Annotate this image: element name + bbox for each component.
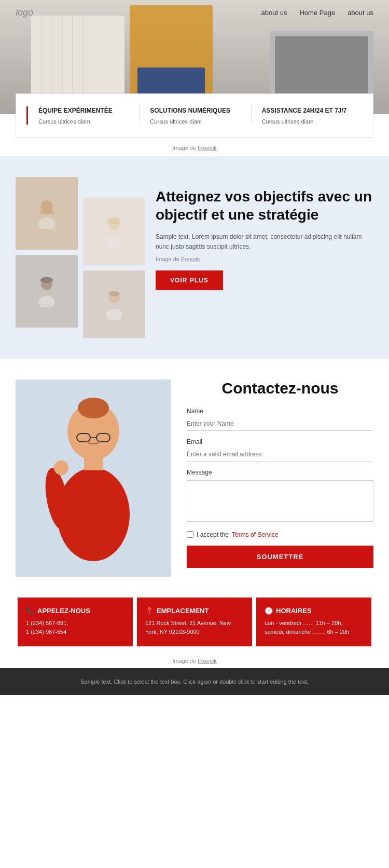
location-icon: 📍: [145, 607, 154, 615]
svg-point-26: [78, 398, 109, 418]
info-card-hours: 🕐 HORAIRES Lun - vendredi …… 11h – 20h, …: [256, 598, 371, 646]
team-credit-link[interactable]: Freepik: [181, 256, 200, 262]
contact-image: [16, 379, 171, 577]
message-textarea[interactable]: [187, 480, 373, 522]
name-input[interactable]: [187, 417, 373, 431]
feature-item-1: ÉQUIPE EXPÉRIMENTÉE Cursus ultrices diam: [26, 106, 139, 125]
footer-credit-link[interactable]: Freepik: [198, 658, 217, 664]
form-group-name: Name: [187, 408, 373, 431]
info-card-location: 📍 EMPLACEMENT 121 Rock Street, 21 Avenue…: [137, 598, 252, 646]
svg-point-16: [38, 296, 54, 307]
svg-point-33: [54, 460, 68, 475]
feature-title-2: SOLUTIONS NUMÉRIQUES: [150, 106, 240, 115]
svg-point-17: [40, 277, 53, 283]
feature-item-3: ASSISTANCE 24H/24 ET 7J/7 Cursus ultrice…: [251, 106, 363, 125]
info-card-phone-title: 📞 APPELEZ-NOUS: [26, 607, 124, 615]
team-photo-3: [16, 255, 78, 328]
team-credit: Image de Freepik: [156, 256, 373, 262]
hero-credit-link[interactable]: Freepik: [198, 145, 217, 151]
logo: logo: [16, 7, 33, 18]
info-card-phone: 📞 APPELEZ-NOUS 1 (234) 567-891,1 (234) 9…: [18, 598, 133, 646]
feature-desc-3: Cursus ultrices diam: [262, 118, 352, 125]
feature-desc-1: Cursus ultrices diam: [38, 118, 129, 125]
feature-title-3: ASSISTANCE 24H/24 ET 7J/7: [262, 106, 352, 115]
submit-button[interactable]: SOUMETTRE: [187, 546, 373, 568]
team-photo-1: [16, 177, 78, 250]
feature-title-1: ÉQUIPE EXPÉRIMENTÉE: [38, 106, 129, 115]
info-card-location-title: 📍 EMPLACEMENT: [145, 607, 244, 615]
info-card-location-content: 121 Rock Street, 21 Avenue, New York, NY…: [145, 619, 244, 637]
email-label: Email: [187, 438, 373, 445]
form-group-message: Message: [187, 469, 373, 524]
footer-credit: Image de Freepik: [0, 652, 389, 668]
nav-link-about-2[interactable]: about us: [348, 9, 373, 17]
photo-col-right: [83, 177, 145, 338]
email-input[interactable]: [187, 447, 373, 462]
svg-rect-14: [40, 211, 53, 214]
team-text: Atteignez vos objectifs avec un objectif…: [156, 177, 373, 290]
team-photo-4: [83, 270, 145, 338]
contact-title: Contactez-nous: [187, 379, 373, 397]
svg-point-13: [38, 218, 55, 229]
clock-icon: 🕐: [265, 607, 273, 615]
feature-desc-2: Cursus ultrices diam: [150, 118, 240, 125]
name-label: Name: [187, 408, 373, 415]
info-card-hours-content: Lun - vendredi …… 11h – 20h, samedi, dim…: [265, 619, 363, 637]
nav-links: about us Home Page about us: [261, 9, 373, 17]
footer-text: Sample text. Click to select the text bo…: [80, 679, 309, 685]
phone-icon: 📞: [26, 607, 34, 615]
svg-point-23: [108, 291, 120, 296]
features-section: ÉQUIPE EXPÉRIMENTÉE Cursus ultrices diam…: [16, 93, 373, 138]
info-cards-section: 📞 APPELEZ-NOUS 1 (234) 567-891,1 (234) 9…: [0, 598, 389, 646]
svg-point-12: [40, 200, 53, 213]
svg-point-22: [106, 309, 122, 320]
svg-rect-11: [275, 36, 368, 93]
form-group-email: Email: [187, 438, 373, 462]
terms-row: I accept the Terms of Service: [187, 531, 373, 538]
nav-link-home[interactable]: Home Page: [299, 9, 335, 17]
team-photo-2: [83, 198, 145, 265]
photo-col-left: [16, 177, 78, 338]
message-label: Message: [187, 469, 373, 476]
team-title: Atteignez vos objectifs avec un objectif…: [156, 187, 373, 224]
nav-link-about-1[interactable]: about us: [261, 9, 287, 17]
hero-credit: Image de Freepik: [0, 138, 389, 156]
svg-rect-34: [84, 455, 103, 470]
team-photos: [16, 177, 145, 338]
footer-bar: Sample text. Click to select the text bo…: [0, 668, 389, 696]
team-section: Atteignez vos objectifs avec un objectif…: [0, 156, 389, 359]
feature-item-2: SOLUTIONS NUMÉRIQUES Cursus ultrices dia…: [139, 106, 251, 125]
voir-plus-button[interactable]: VOIR PLUS: [156, 270, 223, 290]
navigation: logo about us Home Page about us: [0, 0, 389, 25]
contact-section: Contactez-nous Name Email Message I acce…: [0, 359, 389, 598]
contact-form-wrap: Contactez-nous Name Email Message I acce…: [187, 379, 373, 577]
svg-point-20: [107, 217, 121, 224]
info-card-hours-title: 🕐 HORAIRES: [265, 607, 363, 615]
terms-link[interactable]: Terms of Service: [232, 531, 278, 538]
terms-text: I accept the: [197, 531, 229, 538]
team-description: Sample text. Lorem ipsum dolor sit amet,…: [156, 232, 373, 252]
terms-checkbox[interactable]: [187, 531, 193, 538]
info-card-phone-content: 1 (234) 567-891,1 (234) 987-654: [26, 619, 124, 637]
svg-point-19: [106, 236, 122, 247]
